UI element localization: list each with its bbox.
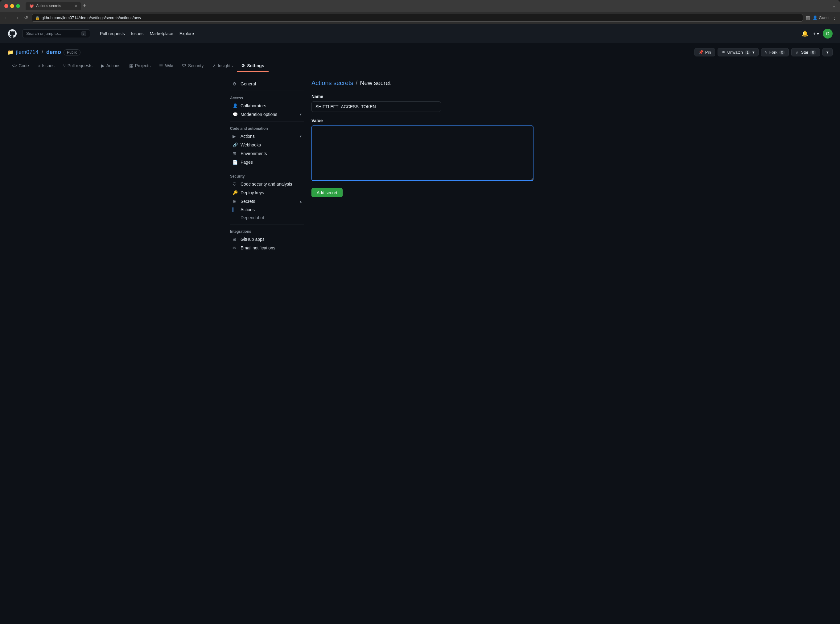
minimize-button[interactable] [10, 4, 14, 8]
star-dropdown-button[interactable]: ▾ [822, 48, 832, 56]
browser-menu-button[interactable]: ⋮ [832, 15, 837, 21]
maximize-button[interactable] [16, 4, 20, 8]
browser-tab[interactable]: 🐙 Actions secrets ✕ [26, 2, 81, 10]
tab-actions[interactable]: ▶Actions [97, 60, 125, 72]
create-new-button[interactable]: + ▾ [813, 31, 819, 36]
topnav-right: 🔔 + ▾ G [800, 29, 832, 39]
add-secret-button[interactable]: Add secret [312, 188, 343, 197]
tab-title: Actions secrets [36, 4, 61, 8]
forward-button[interactable]: → [13, 14, 20, 21]
integrations-group-label: Integrations [230, 227, 304, 235]
webhook-icon: 🔗 [233, 142, 238, 147]
tab-pull-requests[interactable]: ⑂Pull requests [59, 60, 97, 72]
breadcrumb-link[interactable]: Actions secrets [312, 80, 354, 86]
projects-icon: ▦ [129, 63, 133, 68]
repo-name-link[interactable]: demo [46, 49, 61, 56]
unwatch-chevron: ▾ [752, 50, 755, 54]
breadcrumb-separator: / [356, 80, 358, 86]
repo-header: 📁 jlem0714 / demo Public 📌 Pin 👁 Unwatch… [0, 43, 840, 72]
sidebar-item-secrets[interactable]: ⊕ Secrets ▴ [230, 197, 304, 205]
tab-security[interactable]: 🛡Security [178, 60, 208, 72]
nav-marketplace[interactable]: Marketplace [147, 29, 176, 38]
comment-icon: 💬 [233, 112, 238, 117]
settings-icon: ⚙ [241, 63, 245, 68]
security-group-label: Security [230, 172, 304, 180]
sidebar-toggle-button[interactable]: ▧ [806, 15, 810, 21]
secrets-submenu: Actions Dependabot [238, 205, 304, 222]
sidebar-item-email-notifications[interactable]: ✉ Email notifications [230, 244, 304, 252]
actions-icon: ▶ [101, 63, 105, 68]
sidebar-item-moderation[interactable]: 💬 Moderation options ▾ [230, 110, 304, 119]
email-notifications-label: Email notifications [241, 246, 275, 250]
search-placeholder: Search or jump to... [26, 31, 61, 36]
unwatch-button[interactable]: 👁 Unwatch 1 ▾ [718, 48, 758, 56]
sidebar-sub-dependabot[interactable]: Dependabot [238, 214, 304, 222]
code-security-label: Code security and analysis [241, 182, 292, 187]
repo-icon: 📁 [8, 49, 14, 55]
notifications-button[interactable]: 🔔 [800, 29, 809, 38]
browser-titlebar: 🐙 Actions secrets ✕ + ⌄ [0, 0, 840, 12]
user-avatar-button[interactable]: G [823, 29, 832, 39]
tab-bar: 🐙 Actions secrets ✕ + [26, 2, 830, 10]
github-page: Search or jump to... / Pull requests Iss… [0, 24, 840, 624]
sidebar-item-github-apps[interactable]: ⊞ GitHub apps [230, 235, 304, 244]
tab-insights[interactable]: ↗Insights [208, 60, 237, 72]
sidebar-item-environments[interactable]: ⊞ Environments [230, 149, 304, 158]
sidebar-divider-2 [230, 121, 304, 122]
nav-pull-requests[interactable]: Pull requests [97, 29, 127, 38]
secrets-icon: ⊕ [233, 199, 238, 204]
sidebar-item-actions[interactable]: ▶ Actions ▾ [230, 132, 304, 141]
sidebar-item-webhooks[interactable]: 🔗 Webhooks [230, 141, 304, 149]
sidebar-item-code-security[interactable]: 🛡 Code security and analysis [230, 180, 304, 188]
slash-shortcut: / [82, 31, 86, 36]
profile-button[interactable]: 👤 Guest [812, 15, 829, 20]
repo-separator: / [42, 49, 43, 56]
sidebar-item-deploy-keys[interactable]: 🔑 Deploy keys [230, 188, 304, 197]
lock-icon: 🔒 [35, 16, 40, 20]
address-bar[interactable]: 🔒 github.com/jlem0714/demo/settings/secr… [32, 14, 803, 22]
github-logo[interactable] [8, 29, 17, 39]
tab-wiki[interactable]: ☰Wiki [155, 60, 177, 72]
pin-button[interactable]: 📌 Pin [695, 48, 715, 56]
tab-issues[interactable]: ○Issues [33, 60, 59, 72]
profile-label: Guest [819, 15, 829, 20]
fork-button[interactable]: ⑂ Fork 0 [761, 48, 789, 56]
security-icon: 🛡 [182, 63, 186, 68]
value-textarea[interactable] [312, 125, 533, 181]
sidebar-item-general[interactable]: ⚙ General [230, 80, 304, 88]
nav-explore[interactable]: Explore [177, 29, 196, 38]
refresh-button[interactable]: ↺ [23, 14, 29, 21]
code-automation-group-label: Code and automation [230, 124, 304, 132]
tab-close-button[interactable]: ✕ [75, 4, 77, 8]
shield-icon: 🛡 [233, 182, 238, 187]
new-tab-button[interactable]: + [81, 3, 88, 9]
close-button[interactable] [4, 4, 8, 8]
visibility-badge: Public [63, 49, 80, 56]
moderation-label: Moderation options [241, 112, 277, 117]
toolbar-right: ▧ 👤 Guest ⋮ [806, 15, 837, 21]
sidebar-item-pages[interactable]: 📄 Pages [230, 158, 304, 167]
tab-projects[interactable]: ▦Projects [125, 60, 155, 72]
code-icon: <> [12, 63, 17, 68]
gear-icon: ⚙ [233, 81, 238, 86]
sidebar-item-collaborators[interactable]: 👤 Collaborators [230, 102, 304, 110]
nav-issues[interactable]: Issues [128, 29, 146, 38]
tab-expand-button[interactable]: ⌄ [832, 4, 836, 8]
repo-owner-link[interactable]: jlem0714 [16, 49, 39, 56]
name-input[interactable] [312, 102, 441, 112]
pages-icon: 📄 [233, 160, 238, 165]
general-label: General [241, 81, 256, 86]
sidebar-sub-actions[interactable]: Actions [238, 205, 304, 214]
star-count: 0 [810, 50, 816, 54]
tab-code[interactable]: <>Code [8, 60, 33, 72]
apps-icon: ⊞ [233, 237, 238, 242]
value-form-group: Value [312, 118, 610, 182]
tab-settings[interactable]: ⚙Settings [237, 60, 268, 72]
name-form-group: Name [312, 94, 610, 112]
moderation-chevron: ▾ [300, 112, 301, 117]
back-button[interactable]: ← [3, 14, 11, 21]
deploy-keys-label: Deploy keys [241, 190, 264, 195]
search-bar[interactable]: Search or jump to... / [22, 29, 90, 38]
star-button[interactable]: ☆ Star 0 [791, 48, 820, 56]
environments-icon: ⊞ [233, 151, 238, 156]
